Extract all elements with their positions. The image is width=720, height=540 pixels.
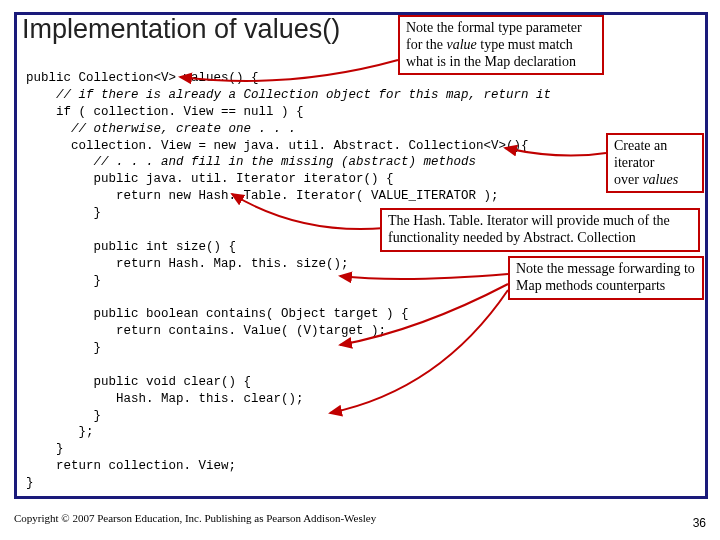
- code-line: }: [26, 476, 34, 490]
- annot-line: Note the formal type parameter: [406, 20, 582, 35]
- annot-line: Note the message forwarding to Map metho…: [516, 261, 695, 293]
- code-line: if ( collection. View == null ) {: [26, 105, 304, 119]
- code-line: public void clear() {: [26, 375, 251, 389]
- slide-title: Implementation of values(): [22, 14, 340, 45]
- code-line: public boolean contains( Object target )…: [26, 307, 409, 321]
- annotation-type-parameter: Note the formal type parameter for the v…: [398, 15, 604, 75]
- annot-line: The Hash. Table. Iterator will provide m…: [388, 213, 670, 245]
- annotation-iterator: Create an iterator over values: [606, 133, 704, 193]
- annotation-hashtable-iterator: The Hash. Table. Iterator will provide m…: [380, 208, 700, 252]
- code-line: collection. View = new java. util. Abstr…: [26, 139, 529, 153]
- code-line: public int size() {: [26, 240, 236, 254]
- annotation-forwarding: Note the message forwarding to Map metho…: [508, 256, 704, 300]
- code-line: return contains. Value( (V)target );: [26, 324, 386, 338]
- code-line: Hash. Map. this. clear();: [26, 392, 304, 406]
- copyright-footer: Copyright © 2007 Pearson Education, Inc.…: [14, 512, 376, 524]
- code-line: }: [26, 206, 101, 220]
- page-number: 36: [693, 516, 706, 530]
- code-line: return collection. View;: [26, 459, 236, 473]
- code-line: return Hash. Map. this. size();: [26, 257, 349, 271]
- code-line: }: [26, 274, 101, 288]
- annot-line: what is in the Map declaration: [406, 54, 576, 69]
- annot-line: over values: [614, 172, 678, 187]
- code-line: }: [26, 409, 101, 423]
- code-line: // if there is already a Collection obje…: [26, 88, 551, 102]
- annot-line: Create an iterator: [614, 138, 667, 170]
- code-line: public java. util. Iterator iterator() {: [26, 172, 394, 186]
- code-line: // . . . and fill in the missing (abstra…: [26, 155, 476, 169]
- code-line: // otherwise, create one . . .: [26, 122, 296, 136]
- annot-line: for the value type must match: [406, 37, 573, 52]
- code-line: return new Hash. Table. Iterator( VALUE_…: [26, 189, 499, 203]
- code-line: }: [26, 442, 64, 456]
- code-line: public Collection<V> values() {: [26, 71, 259, 85]
- code-block: public Collection<V> values() { // if th…: [26, 70, 551, 492]
- code-line: }: [26, 341, 101, 355]
- code-line: };: [26, 425, 94, 439]
